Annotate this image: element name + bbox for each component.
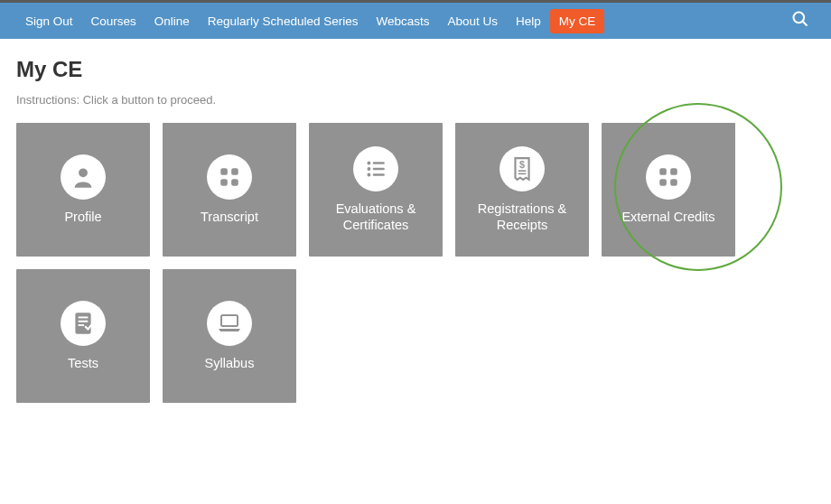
tile-evaluations[interactable]: Evaluations & Certificates xyxy=(309,123,443,257)
svg-rect-8 xyxy=(373,162,385,164)
svg-rect-18 xyxy=(659,179,667,186)
svg-point-0 xyxy=(794,13,805,23)
nav-rss[interactable]: Regularly Scheduled Series xyxy=(199,5,368,37)
svg-point-7 xyxy=(367,161,370,164)
svg-rect-21 xyxy=(79,316,89,318)
svg-rect-20 xyxy=(75,313,90,334)
tile-syllabus[interactable]: Syllabus xyxy=(163,269,296,403)
test-icon xyxy=(61,301,106,346)
navbar: Sign Out Courses Online Regularly Schedu… xyxy=(0,3,831,39)
tiles-grid: Profile Transcript xyxy=(16,123,815,403)
tile-profile[interactable]: Profile xyxy=(16,123,150,257)
nav-webcasts[interactable]: Webcasts xyxy=(367,5,438,37)
svg-point-2 xyxy=(79,168,88,177)
tile-label: Evaluations & Certificates xyxy=(313,201,439,233)
nav-sign-out[interactable]: Sign Out xyxy=(16,5,82,37)
svg-point-9 xyxy=(367,167,370,171)
person-icon xyxy=(61,154,106,200)
svg-rect-10 xyxy=(373,168,385,171)
svg-rect-16 xyxy=(659,168,667,175)
svg-rect-17 xyxy=(670,168,677,175)
tile-label: Transcript xyxy=(193,209,266,225)
tile-label: Syllabus xyxy=(198,355,262,371)
svg-rect-6 xyxy=(231,179,238,186)
svg-text:$: $ xyxy=(519,159,525,170)
tile-external-credits[interactable]: External Credits xyxy=(602,123,735,257)
tile-label: External Credits xyxy=(614,209,722,225)
svg-rect-12 xyxy=(373,173,385,176)
svg-rect-22 xyxy=(79,321,89,322)
instructions-text: Instructions: Click a button to proceed. xyxy=(16,93,815,107)
tile-label: Profile xyxy=(57,209,108,225)
page-title: My CE xyxy=(16,57,815,82)
search-icon[interactable] xyxy=(791,10,809,32)
tile-label: Tests xyxy=(61,355,106,371)
tile-label: Registrations & Receipts xyxy=(459,201,585,233)
nav-about-us[interactable]: About Us xyxy=(438,5,507,37)
laptop-icon xyxy=(207,301,252,346)
receipt-icon: $ xyxy=(500,146,545,191)
list-icon xyxy=(353,146,398,191)
tile-transcript[interactable]: Transcript xyxy=(163,123,296,257)
nav-my-ce[interactable]: My CE xyxy=(550,9,605,33)
grid-icon xyxy=(207,154,252,200)
svg-line-1 xyxy=(803,22,808,26)
tile-registrations[interactable]: $ Registrations & Receipts xyxy=(455,123,589,257)
grid-icon xyxy=(646,154,691,200)
svg-rect-3 xyxy=(220,168,228,175)
tile-tests[interactable]: Tests xyxy=(16,269,150,403)
nav-online[interactable]: Online xyxy=(145,5,199,37)
svg-rect-19 xyxy=(670,179,677,186)
svg-rect-5 xyxy=(220,179,228,186)
nav-items: Sign Out Courses Online Regularly Schedu… xyxy=(16,5,604,37)
svg-rect-23 xyxy=(79,324,84,326)
svg-rect-4 xyxy=(231,168,238,175)
nav-courses[interactable]: Courses xyxy=(82,5,145,37)
nav-help[interactable]: Help xyxy=(507,5,550,37)
page-content: My CE Instructions: Click a button to pr… xyxy=(0,39,831,421)
svg-point-11 xyxy=(367,173,370,176)
svg-rect-24 xyxy=(221,315,238,326)
